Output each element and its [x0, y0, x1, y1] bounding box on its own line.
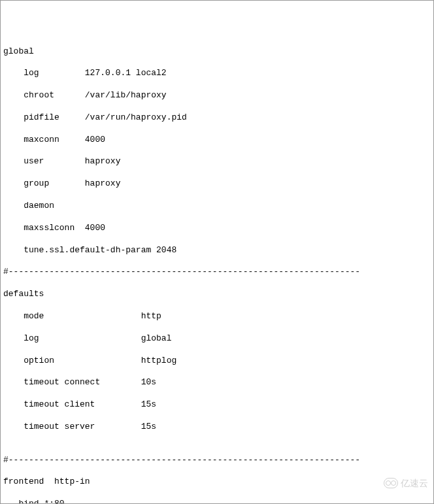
cfg-global-maxsslconn: maxsslconn 4000: [3, 223, 431, 234]
cfg-global-header: global: [3, 46, 431, 58]
cfg-global-dhparam: tune.ssl.default-dh-param 2048: [3, 245, 431, 256]
cfg-defaults-timeout-connect: timeout connect 10s: [3, 377, 431, 388]
watermark-text: 亿速云: [401, 477, 428, 489]
cfg-defaults-timeout-server: timeout server 15s: [3, 422, 431, 433]
cfg-frontend-bind-80: bind *:80: [3, 499, 431, 504]
cfg-global-log: log 127.0.0.1 local2: [3, 68, 431, 79]
cfg-frontend-header: frontend http-in: [3, 477, 431, 488]
cfg-global-user: user haproxy: [3, 156, 431, 167]
cfg-defaults-mode: mode http: [3, 311, 431, 322]
cfg-global-maxconn: maxconn 4000: [3, 135, 431, 146]
cfg-defaults-timeout-client: timeout client 15s: [3, 399, 431, 411]
cfg-global-pidfile: pidfile /var/run/haproxy.pid: [3, 112, 431, 124]
cfg-defaults-header: defaults: [3, 289, 431, 300]
watermark-cloud-icon: [384, 478, 398, 488]
cfg-global-daemon: daemon: [3, 201, 431, 212]
cfg-defaults-option: option httplog: [3, 356, 431, 367]
watermark: 亿速云: [384, 477, 428, 489]
cfg-defaults-log: log global: [3, 333, 431, 344]
separator: #---------------------------------------…: [3, 455, 431, 466]
cfg-global-chroot: chroot /var/lib/haproxy: [3, 90, 431, 101]
cfg-global-group: group haproxy: [3, 178, 431, 190]
separator: #---------------------------------------…: [3, 267, 431, 278]
